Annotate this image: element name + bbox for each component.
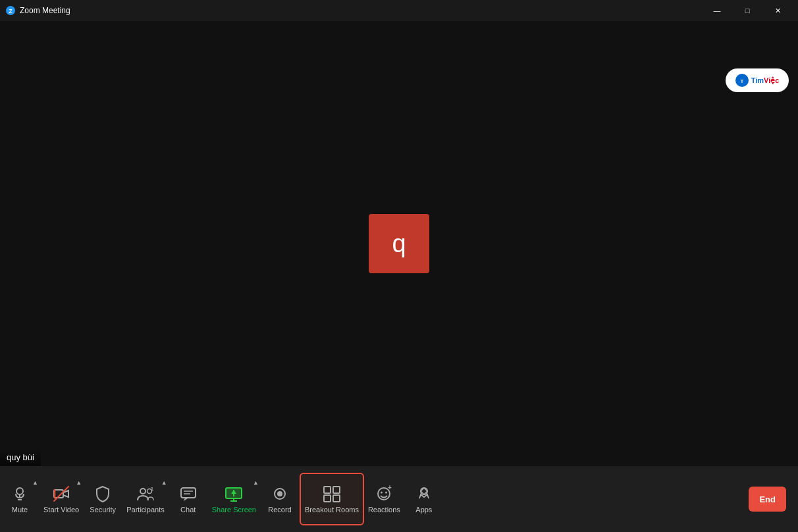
apps-icon [415, 485, 433, 503]
title-bar-left: Z Zoom Meeting [5, 5, 70, 16]
mute-button[interactable]: ▲ Mute [0, 473, 40, 525]
video-chevron[interactable]: ▲ [76, 479, 82, 486]
breakout-rooms-button[interactable]: Breakout Rooms [300, 473, 364, 525]
participant-name-label: quy bùi [0, 448, 41, 466]
window-controls: — □ ✕ [702, 0, 793, 21]
start-video-icon [52, 485, 70, 503]
timviec-icon: T [735, 74, 749, 87]
chat-icon [179, 485, 198, 503]
share-screen-icon [225, 485, 243, 503]
svg-rect-27 [324, 487, 331, 493]
participants-icon: 1 [136, 485, 155, 503]
participants-button[interactable]: ▲ 1 Participants [122, 473, 168, 525]
mute-label: Mute [12, 506, 28, 514]
apps-label: Apps [415, 506, 432, 514]
svg-point-8 [16, 488, 23, 494]
record-icon [271, 485, 289, 503]
record-button[interactable]: Record [260, 473, 300, 525]
window-title: Zoom Meeting [20, 6, 70, 15]
timviec-text-red: Việc [764, 76, 779, 84]
share-chevron[interactable]: ▲ [253, 479, 259, 486]
breakout-rooms-icon [323, 485, 341, 503]
maximize-button[interactable]: □ [732, 0, 762, 21]
chat-label: Chat [180, 506, 196, 514]
mute-chevron[interactable]: ▲ [32, 479, 38, 486]
svg-rect-30 [333, 495, 340, 502]
svg-rect-28 [333, 487, 340, 493]
end-button[interactable]: End [749, 487, 786, 512]
svg-point-35 [421, 488, 427, 494]
timviec-text-blue: Tim [751, 76, 764, 84]
svg-point-32 [381, 492, 383, 494]
zoom-logo-icon: Z [5, 5, 16, 16]
svg-point-26 [277, 491, 282, 496]
title-bar: Z Zoom Meeting — □ ✕ [0, 0, 798, 21]
svg-rect-29 [324, 495, 331, 502]
close-button[interactable]: ✕ [762, 0, 793, 21]
svg-point-14 [140, 489, 146, 494]
security-button[interactable]: Security [83, 473, 122, 525]
start-video-button[interactable]: ▲ Start Video [40, 473, 83, 525]
main-video-area: T TimViệc q quy bùi [0, 21, 798, 466]
participants-chevron[interactable]: ▲ [161, 479, 167, 486]
reactions-button[interactable]: + Reactions [364, 473, 404, 525]
timviec-logo: T TimViệc [726, 68, 789, 92]
minimize-button[interactable]: — [702, 0, 732, 21]
svg-text:+: + [388, 485, 392, 491]
avatar-letter: q [392, 230, 406, 258]
meeting-toolbar: ▲ Mute ▲ Start [0, 466, 798, 532]
participant-avatar: q [369, 214, 429, 273]
apps-button[interactable]: Apps [404, 473, 444, 525]
participants-label: Participants [126, 506, 164, 514]
svg-line-13 [54, 487, 68, 501]
svg-text:Z: Z [9, 8, 13, 14]
svg-rect-17 [181, 488, 196, 498]
chat-button[interactable]: Chat [169, 473, 208, 525]
security-label: Security [90, 506, 116, 514]
toolbar-items: ▲ Mute ▲ Start [0, 473, 749, 525]
share-screen-label: Share Screen [212, 506, 256, 514]
svg-point-33 [385, 492, 387, 494]
security-icon [93, 485, 112, 503]
record-label: Record [268, 506, 291, 514]
share-screen-button[interactable]: ▲ Share Screen [208, 473, 260, 525]
start-video-label: Start Video [43, 506, 79, 514]
mute-icon [11, 485, 29, 503]
reactions-icon: + [375, 485, 393, 503]
breakout-rooms-label: Breakout Rooms [305, 506, 359, 514]
svg-text:1: 1 [151, 487, 153, 491]
reactions-label: Reactions [368, 506, 400, 514]
svg-text:T: T [740, 78, 743, 84]
